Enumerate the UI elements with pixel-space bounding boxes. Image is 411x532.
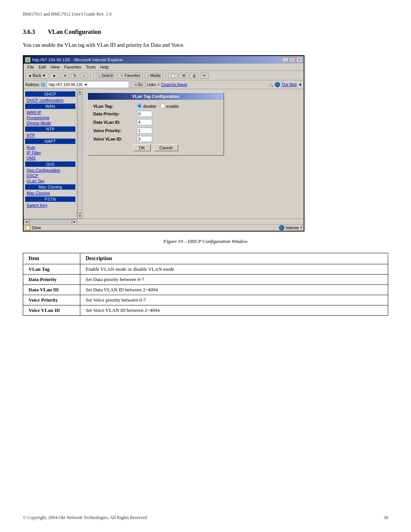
voice-priority-label: Voice Priority: xyxy=(93,128,137,133)
sidebar-item-pstn-header: PSTN xyxy=(25,197,75,202)
ie-close-button[interactable]: × xyxy=(296,57,302,62)
ie-toolbar-sep xyxy=(91,72,91,79)
ie-media-button[interactable]: ♪ Media xyxy=(145,73,163,78)
figure-caption: Figure 19 – DHCP Configuration Window xyxy=(23,238,388,244)
vlan-ok-button[interactable]: OK xyxy=(133,144,151,151)
section-heading: 3.6.3 VLan Configuration xyxy=(23,29,388,35)
data-vlanid-row: Data VLan ID: xyxy=(93,119,218,125)
ie-bottom-scroll: ◄ ► xyxy=(24,219,304,224)
ie-titlebar-left: 🌐 http://67.104.98.120/ - Microsoft Inte… xyxy=(25,57,123,62)
sidebar-item-ntp-header: NTP xyxy=(25,126,75,132)
sidebar-item-provisioning[interactable]: Provisioning xyxy=(27,115,49,120)
table-row: VLan TagEnable VLAN mode or disable VLAN… xyxy=(23,264,388,275)
data-priority-label: Data Priority: xyxy=(93,112,137,116)
vlan-dialog-body: VLan Tag: disable enable xyxy=(88,100,223,155)
ie-stop-button[interactable]: ✕ xyxy=(61,73,69,78)
vlan-disable-option[interactable]: disable xyxy=(137,104,156,109)
table-item-cell: VLan Tag xyxy=(23,264,80,275)
ie-favorites-button[interactable]: ☆ Favorites xyxy=(118,73,143,78)
data-vlanid-input[interactable] xyxy=(137,119,152,125)
sidebar-item-qos-config[interactable]: Qos Configuration xyxy=(27,168,61,173)
sidebar-item-vlantag[interactable]: VLan Tag xyxy=(27,179,44,183)
table-col2-header: Description xyxy=(80,253,388,264)
ie-menu-edit[interactable]: Edit xyxy=(37,64,48,70)
vlan-enable-option[interactable]: enable xyxy=(160,104,179,109)
sidebar-item-device-mode[interactable]: Device Mode xyxy=(27,121,51,125)
ie-go-button[interactable]: 🡢 Go xyxy=(131,82,145,88)
hscroll-right-btn[interactable]: ► xyxy=(72,219,77,225)
sidebar-scroll-down[interactable]: ▼ xyxy=(77,213,83,219)
ie-go-icon: 🡢 xyxy=(133,83,137,87)
ie-address-input[interactable]: http://67.104.98.120 ▼ xyxy=(47,81,129,88)
table-description-cell: Set Data VLAN ID between 2~4094 xyxy=(80,285,388,295)
vlan-enable-label: enable xyxy=(166,104,179,109)
table-description-cell: Set Voice priority between 0-7 xyxy=(80,295,388,305)
vlan-dialog: VLan Tag Configuration VLan Tag: disable xyxy=(87,92,224,156)
vlan-enable-radio[interactable] xyxy=(160,104,165,109)
ie-home-button[interactable]: ⌂ xyxy=(81,73,88,78)
sidebar-item-dhcp-config[interactable]: DHCP configuration xyxy=(27,98,64,102)
page-wrapper: BMG7011 and BMG7012 User's Guide Rev. 1.… xyxy=(0,0,411,532)
ie-menubar: File Edit View Favorites Tools Help xyxy=(24,64,304,71)
table-description-cell: Enable VLAN mode or disable VLAN mode xyxy=(80,264,388,275)
ie-status-divider: // xyxy=(300,226,302,230)
ie-window: 🌐 http://67.104.98.120/ - Microsoft Inte… xyxy=(23,55,304,232)
ie-title-icon: 🌐 xyxy=(25,57,30,62)
vlan-tag-row: VLan Tag: disable enable xyxy=(93,104,218,109)
ie-menu-file[interactable]: File xyxy=(25,64,37,70)
ie-menu-help[interactable]: Help xyxy=(98,64,111,70)
sidebar-item-rule[interactable]: Rule xyxy=(27,145,35,150)
sidebar-item-maccloning-header: Mac Cloning xyxy=(25,184,75,190)
sidebar-item-maccloning[interactable]: Mac Cloning xyxy=(27,191,50,195)
data-priority-input[interactable] xyxy=(137,111,152,117)
ie-main: VLan Tag Configuration VLan Tag: disable xyxy=(83,89,304,219)
ie-restore-button[interactable]: □ xyxy=(289,57,295,62)
ie-the-web-label[interactable]: The Web xyxy=(282,83,297,87)
intro-text: You can enable the VLan tag with VLan ID… xyxy=(23,42,388,48)
ie-copernicus-label[interactable]: Copernic Agent xyxy=(161,83,187,87)
ie-print-button[interactable]: 🖨 xyxy=(190,73,199,78)
table-description-cell: Set Data priority between 0-7 xyxy=(80,275,388,285)
sidebar-scroll-up[interactable]: ▲ xyxy=(77,89,83,94)
sidebar-item-wanip[interactable]: WAN IP xyxy=(27,110,41,115)
ie-mail-button[interactable]: ✉ xyxy=(180,73,188,78)
voice-vlanid-input[interactable] xyxy=(137,136,152,142)
voice-vlanid-row: Voice VLan ID: xyxy=(93,136,218,142)
table-item-cell: Voice VLan ID xyxy=(23,305,80,316)
ie-back-button[interactable]: ◄ Back ▼ xyxy=(25,73,49,78)
ie-menu-tools[interactable]: Tools xyxy=(84,64,98,70)
ie-search-button[interactable]: 🔍 Search xyxy=(93,73,116,78)
ie-internet-icon xyxy=(279,225,284,230)
vlan-cancel-button[interactable]: Cancel xyxy=(154,144,178,151)
hscroll-left-btn[interactable]: ◄ xyxy=(24,219,29,225)
ie-minimize-button[interactable]: _ xyxy=(282,57,288,62)
vlan-tag-label: VLan Tag: xyxy=(93,104,137,109)
voice-priority-input[interactable] xyxy=(137,128,152,134)
ie-menu-favorites[interactable]: Favorites xyxy=(62,64,83,70)
ie-window-title: http://67.104.98.120/ - Microsoft Intern… xyxy=(32,58,123,62)
ie-forward-button[interactable]: ► xyxy=(50,73,59,78)
ie-titlebar-buttons[interactable]: _ □ × xyxy=(282,57,302,62)
sidebar-item-switchkey[interactable]: Switch Key xyxy=(27,203,47,208)
ie-address-bar: Address 🌐 http://67.104.98.120 ▼ 🡢 Go Li… xyxy=(24,80,304,89)
ie-history-button[interactable]: 📋 xyxy=(168,73,178,78)
sidebar-item-ipfilter[interactable]: IP Filter xyxy=(27,150,41,155)
ie-statusbar: 📄 Done Internet // xyxy=(24,224,304,231)
ie-titlebar: 🌐 http://67.104.98.120/ - Microsoft Inte… xyxy=(24,56,304,64)
section-number: 3.6.3 xyxy=(23,29,35,35)
sidebar-item-dmz[interactable]: DMZ xyxy=(27,156,36,160)
data-vlanid-label: Data VLan ID: xyxy=(93,120,137,125)
ie-nav-list: DHCP DHCP configuration WAN WAN IP Provi… xyxy=(24,89,77,209)
sidebar-item-dscp[interactable]: DSCP xyxy=(27,173,38,178)
table-row: Data VLan IDSet Data VLAN ID between 2~4… xyxy=(23,285,388,295)
ie-menu-view[interactable]: View xyxy=(48,64,62,70)
ie-address-label: Address xyxy=(25,83,39,87)
ie-refresh-button[interactable]: ↻ xyxy=(71,73,79,78)
table-row: Voice PrioritySet Voice priority between… xyxy=(23,295,388,305)
ie-edit-button[interactable]: ✏ xyxy=(200,73,209,78)
ie-content-area: DHCP DHCP configuration WAN WAN IP Provi… xyxy=(24,89,304,219)
sidebar-item-ntp[interactable]: NTP xyxy=(27,133,35,137)
ie-address-value: http://67.104.98.120 xyxy=(49,83,83,87)
vlan-disable-radio[interactable] xyxy=(137,104,142,109)
table-row: Voice VLan IDSet Voice VLAN ID between 2… xyxy=(23,305,388,316)
